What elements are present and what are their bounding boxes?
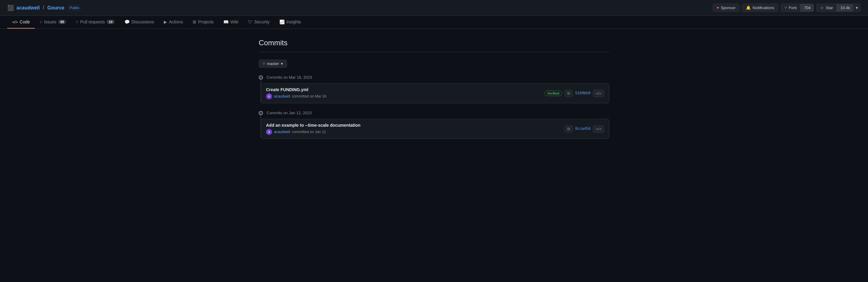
commit-committed-text-0-0: committed on Mar 16 (292, 94, 326, 99)
code-icon: </> (12, 20, 18, 24)
security-icon: 🛡 (248, 20, 252, 24)
discussions-icon: 💬 (124, 20, 130, 24)
visibility-badge: Public (67, 5, 83, 11)
star-group: ☆ Star 10.4k ▾ (816, 4, 861, 12)
page-title: Commits (259, 39, 609, 52)
copy-hash-button-0-0[interactable]: ⧉ (564, 90, 573, 97)
avatar-1-0: A (266, 129, 272, 135)
tab-wiki[interactable]: 📖 Wiki (219, 16, 243, 29)
fork-count[interactable]: 704 (801, 4, 814, 12)
star-icon: ☆ (820, 5, 824, 10)
tab-code-label: Code (20, 20, 30, 24)
commit-timeline-dot-1 (259, 111, 263, 115)
bell-icon: 🔔 (746, 5, 751, 10)
tab-projects-label: Projects (198, 20, 214, 24)
nav-tabs: </> Code ○ Issues 88 ⑂ Pull requests 10 … (0, 16, 868, 29)
insights-icon: 📈 (279, 20, 285, 24)
repo-name-link[interactable]: Gource (48, 5, 64, 11)
browse-button-1-0[interactable]: </> (593, 125, 604, 133)
fork-icon: ⑂ (785, 5, 787, 10)
pullrequest-badge: 10 (106, 20, 115, 24)
commit-group-1: Commits on Jan 12, 2023 Add an example t… (259, 111, 609, 139)
commit-author-0-0[interactable]: acaudwell (274, 94, 290, 99)
issues-icon: ○ (39, 20, 42, 24)
commit-hash-0-0[interactable]: 5109bb9 (575, 91, 590, 96)
notifications-button[interactable]: 🔔 Notifications (742, 4, 778, 12)
browse-icon-1-0: </> (596, 127, 601, 131)
tab-insights[interactable]: 📈 Insights (275, 16, 306, 29)
browse-icon-0-0: </> (596, 91, 601, 96)
commit-group-header-1: Commits on Jan 12, 2023 (259, 111, 609, 115)
pullrequest-icon: ⑂ (76, 20, 78, 24)
commits-list-0: Create FUNDING.yml A acaudwell committed… (261, 83, 609, 103)
fork-group: ⑂ Fork 704 (781, 4, 814, 12)
repo-separator: / (42, 5, 44, 11)
commit-group-date-0: Commits on Mar 16, 2023 (267, 75, 312, 80)
commit-meta-0-0: A acaudwell committed on Mar 16 (266, 93, 545, 99)
star-button[interactable]: ☆ Star (816, 4, 837, 12)
tab-wiki-label: Wiki (230, 20, 238, 24)
fork-label: Fork (789, 5, 797, 10)
tab-code[interactable]: </> Code (7, 16, 35, 29)
commit-meta-1-0: A acaudwell committed on Jan 12 (266, 129, 564, 135)
tab-projects[interactable]: ⊞ Projects (188, 16, 219, 29)
tab-actions[interactable]: ▶ Actions (159, 16, 188, 29)
repo-owner-link[interactable]: acaudwell (17, 5, 39, 11)
tab-insights-label: Insights (286, 20, 301, 24)
projects-icon: ⊞ (193, 20, 196, 24)
tab-security[interactable]: 🛡 Security (243, 16, 275, 29)
commit-timeline-dot-0 (259, 75, 263, 80)
tab-pull-requests[interactable]: ⑂ Pull requests 10 (71, 16, 119, 29)
chevron-down-icon: ▾ (281, 61, 283, 66)
tab-issues[interactable]: ○ Issues 88 (35, 16, 71, 29)
heart-icon: ♥ (717, 5, 719, 10)
copy-icon-0-0: ⧉ (567, 91, 570, 96)
commits-list-1: Add an example to --time-scale documenta… (261, 119, 609, 139)
branch-label: master (267, 61, 279, 66)
commit-group-date-1: Commits on Jan 12, 2023 (267, 111, 312, 115)
commit-group-header-0: Commits on Mar 16, 2023 (259, 75, 609, 80)
branch-icon: ⑂ (262, 61, 265, 66)
avatar-0-0: A (266, 93, 272, 99)
star-count[interactable]: 10.4k (837, 4, 854, 12)
repo-identity: ⬛ acaudwell / Gource Public (7, 5, 82, 11)
repo-icon: ⬛ (7, 5, 14, 11)
browse-button-0-0[interactable]: </> (593, 90, 604, 97)
main-content: Commits ⑂ master ▾ Commits on Mar 16, 20… (251, 29, 617, 156)
commit-item-0-0: Create FUNDING.yml A acaudwell committed… (261, 83, 609, 103)
commit-message-0-0[interactable]: Create FUNDING.yml (266, 87, 545, 92)
tab-discussions-label: Discussions (131, 20, 154, 24)
verified-badge-0-0: Verified (545, 91, 562, 96)
commit-right-0-0: Verified ⧉ 5109bb9 </> (545, 90, 604, 97)
fork-button[interactable]: ⑂ Fork (781, 4, 801, 12)
commit-hash-1-0[interactable]: 6cca45d (575, 127, 590, 131)
actions-icon: ▶ (164, 20, 167, 24)
commit-message-1-0[interactable]: Add an example to --time-scale documenta… (266, 123, 564, 128)
tab-issues-label: Issues (44, 20, 56, 24)
commit-info-0-0: Create FUNDING.yml A acaudwell committed… (266, 87, 545, 99)
sponsor-label: Sponsor (721, 5, 735, 10)
tab-pull-requests-label: Pull requests (80, 20, 105, 24)
commit-committed-text-1-0: committed on Jan 12 (292, 130, 326, 134)
commit-item-1-0: Add an example to --time-scale documenta… (261, 119, 609, 139)
copy-icon-1-0: ⧉ (567, 127, 570, 131)
notifications-label: Notifications (753, 5, 774, 10)
commit-right-1-0: ⧉ 6cca45d </> (564, 125, 604, 133)
issues-badge: 88 (58, 20, 66, 24)
branch-selector[interactable]: ⑂ master ▾ (259, 60, 287, 68)
wiki-icon: 📖 (223, 20, 228, 24)
commit-info-1-0: Add an example to --time-scale documenta… (266, 123, 564, 135)
header: ⬛ acaudwell / Gource Public ♥ Sponsor 🔔 … (0, 0, 868, 16)
copy-hash-button-1-0[interactable]: ⧉ (564, 125, 573, 133)
star-label: Star (826, 5, 833, 10)
commit-group-0: Commits on Mar 16, 2023 Create FUNDING.y… (259, 75, 609, 103)
tab-discussions[interactable]: 💬 Discussions (120, 16, 159, 29)
tab-security-label: Security (254, 20, 270, 24)
sponsor-button[interactable]: ♥ Sponsor (713, 4, 740, 12)
commit-author-1-0[interactable]: acaudwell (274, 130, 290, 134)
tab-actions-label: Actions (169, 20, 183, 24)
star-dropdown-button[interactable]: ▾ (854, 4, 861, 12)
header-actions: ♥ Sponsor 🔔 Notifications ⑂ Fork 704 ☆ S… (713, 4, 861, 12)
